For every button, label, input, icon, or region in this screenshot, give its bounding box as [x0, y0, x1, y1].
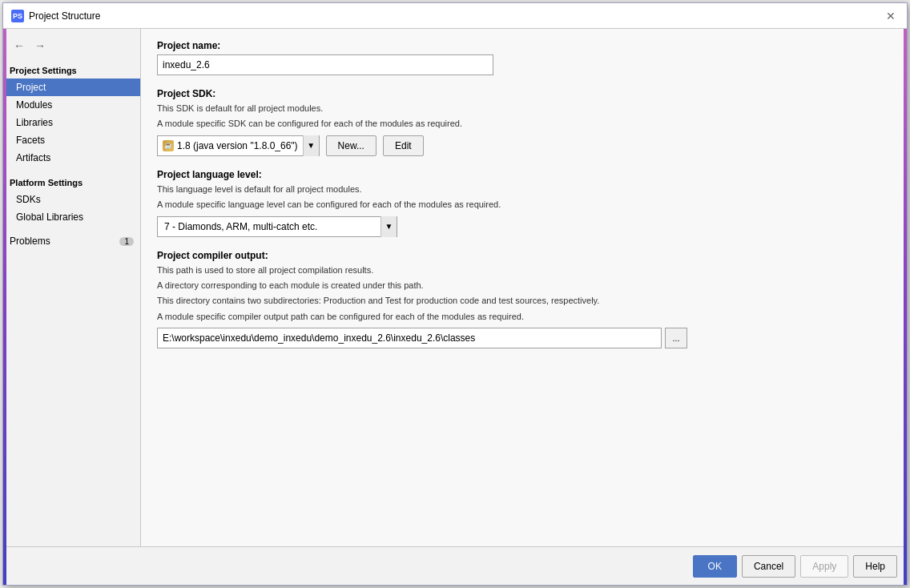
sidebar-item-sdks[interactable]: SDKs: [3, 191, 140, 208]
title-bar: PS Project Structure ✕: [3, 3, 907, 29]
problems-item[interactable]: Problems 1: [3, 232, 140, 250]
close-button[interactable]: ✕: [883, 8, 899, 24]
project-compiler-desc4: A module specific compiler output path c…: [157, 311, 891, 323]
project-lang-label: Project language level:: [157, 169, 891, 180]
project-structure-dialog: PS Project Structure ✕ ← → Project Setti…: [2, 2, 908, 586]
project-lang-desc1: This language level is default for all p…: [157, 183, 891, 195]
main-content: ← → Project Settings Project Modules Lib…: [3, 29, 907, 546]
project-compiler-desc1: This path is used to store all project c…: [157, 264, 891, 276]
new-sdk-button[interactable]: New...: [326, 135, 376, 156]
apply-button: Apply: [800, 555, 848, 578]
sidebar-item-project[interactable]: Project: [3, 79, 140, 96]
problems-badge: 1: [119, 237, 134, 246]
footer: OK Cancel Apply Help: [3, 546, 907, 585]
sidebar-item-artifacts[interactable]: Artifacts: [3, 149, 140, 167]
project-compiler-desc2: A directory corresponding to each module…: [157, 280, 891, 292]
project-sdk-desc2: A module specific SDK can be configured …: [157, 118, 891, 130]
back-button[interactable]: ←: [10, 37, 29, 54]
project-compiler-group: Project compiler output: This path is us…: [157, 250, 891, 349]
sdk-dropdown-arrow[interactable]: ▼: [303, 135, 319, 156]
project-sdk-group: Project SDK: This SDK is default for all…: [157, 88, 891, 156]
sdk-dropdown-label: ☕ 1.8 (java version "1.8.0_66"): [158, 140, 303, 151]
window-title: Project Structure: [29, 10, 100, 22]
project-name-input[interactable]: [157, 54, 493, 75]
sidebar-item-global-libraries[interactable]: Global Libraries: [3, 208, 140, 226]
edit-sdk-button[interactable]: Edit: [383, 135, 424, 156]
project-lang-desc2: A module specific language level can be …: [157, 199, 891, 211]
compiler-output-row: ...: [157, 328, 891, 348]
sidebar-item-libraries[interactable]: Libraries: [3, 114, 140, 131]
project-compiler-label: Project compiler output:: [157, 250, 891, 261]
lang-dropdown-wrap: 7 - Diamonds, ARM, multi-catch etc. ▼: [157, 216, 891, 237]
sidebar-item-facets[interactable]: Facets: [3, 131, 140, 149]
window-icon: PS: [11, 10, 24, 22]
project-name-label: Project name:: [157, 40, 891, 51]
platform-section: Platform Settings SDKs Global Libraries: [3, 173, 140, 226]
project-sdk-label: Project SDK:: [157, 88, 891, 99]
right-accent: [904, 29, 907, 585]
lang-dropdown-label: 7 - Diamonds, ARM, multi-catch etc.: [158, 221, 381, 232]
sdk-row: ☕ 1.8 (java version "1.8.0_66") ▼ New...…: [157, 135, 891, 156]
sidebar-item-modules[interactable]: Modules: [3, 96, 140, 114]
project-lang-group: Project language level: This language le…: [157, 169, 891, 237]
ok-button[interactable]: OK: [693, 555, 737, 578]
sdk-icon: ☕: [163, 140, 174, 151]
lang-dropdown-arrow[interactable]: ▼: [381, 216, 397, 237]
sdk-dropdown[interactable]: ☕ 1.8 (java version "1.8.0_66") ▼: [157, 135, 320, 156]
forward-button[interactable]: →: [30, 37, 50, 54]
platform-settings-header: Platform Settings: [3, 175, 140, 191]
compiler-output-input[interactable]: [157, 328, 662, 348]
project-name-group: Project name:: [157, 40, 891, 75]
project-compiler-desc3: This directory contains two subdirectori…: [157, 295, 891, 307]
cancel-button[interactable]: Cancel: [742, 555, 795, 578]
content-panel: Project name: Project SDK: This SDK is d…: [141, 29, 907, 546]
project-sdk-desc1: This SDK is default for all project modu…: [157, 103, 891, 115]
browse-button[interactable]: ...: [665, 328, 687, 348]
problems-label: Problems: [10, 236, 50, 247]
sidebar: ← → Project Settings Project Modules Lib…: [3, 29, 141, 546]
left-accent: [3, 29, 6, 585]
project-settings-header: Project Settings: [3, 62, 140, 79]
nav-buttons: ← →: [3, 34, 140, 61]
lang-dropdown[interactable]: 7 - Diamonds, ARM, multi-catch etc. ▼: [157, 216, 397, 237]
help-button[interactable]: Help: [853, 555, 897, 578]
title-bar-left: PS Project Structure: [11, 10, 100, 22]
